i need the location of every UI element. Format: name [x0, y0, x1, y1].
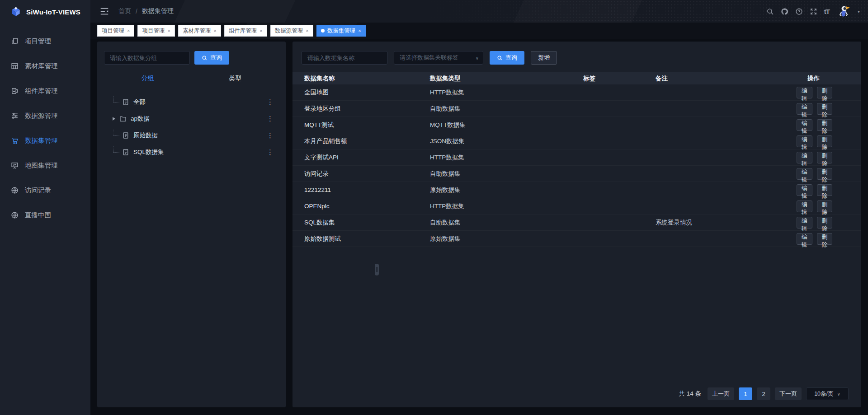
sidebar-item-live-china[interactable]: 直播中国: [0, 203, 90, 228]
user-avatar[interactable]: [838, 5, 851, 18]
sidebar-item-datasource-management[interactable]: 数据源管理: [0, 103, 90, 128]
delete-button[interactable]: 删除: [817, 87, 833, 98]
grid-icon: [11, 62, 19, 70]
dataset-name: 本月产品销售额: [292, 137, 419, 145]
sidebar-item-access-records[interactable]: 访问记录: [0, 178, 90, 203]
edit-button[interactable]: 编辑: [797, 233, 812, 245]
edit-button[interactable]: 编辑: [797, 135, 812, 147]
table-row: 12212211 原始数据集 编辑删除: [292, 182, 861, 198]
sidebar-item-project-management[interactable]: 项目管理: [0, 29, 90, 54]
tree-item-all[interactable]: 全部 ⋮: [104, 93, 279, 110]
edit-button[interactable]: 编辑: [797, 87, 812, 98]
tab-project-management-2[interactable]: 项目管理 ×: [137, 25, 175, 37]
help-icon[interactable]: [795, 7, 803, 15]
group-search-button[interactable]: 查询: [194, 51, 229, 65]
edit-button[interactable]: 编辑: [797, 217, 812, 228]
edit-button[interactable]: 编辑: [797, 184, 812, 196]
github-icon[interactable]: [781, 7, 789, 15]
tab-dataset-management[interactable]: 数据集管理 ×: [316, 25, 366, 37]
add-dataset-button[interactable]: 新增: [531, 51, 557, 65]
active-tab-dot: [321, 29, 325, 33]
tab-group[interactable]: 分组: [104, 75, 192, 83]
delete-button[interactable]: 删除: [817, 135, 833, 147]
avatar-caret-down-icon[interactable]: ▾: [858, 9, 860, 14]
edit-button[interactable]: 编辑: [797, 168, 812, 180]
tab-project-management-1[interactable]: 项目管理 ×: [97, 25, 134, 37]
sidebar-item-material-library[interactable]: 素材库管理: [0, 54, 90, 79]
page-1-button[interactable]: 1: [739, 387, 752, 400]
sidebar-item-label: 组件库管理: [25, 87, 58, 95]
sidebar-item-dataset-management[interactable]: 数据集管理: [0, 128, 90, 153]
delete-button[interactable]: 删除: [817, 168, 833, 180]
edit-button[interactable]: 编辑: [797, 119, 812, 131]
tab-material-library[interactable]: 素材库管理 ×: [178, 25, 221, 37]
sidebar-item-label: 数据源管理: [25, 112, 58, 120]
tree-item-menu-icon[interactable]: ⋮: [267, 115, 274, 122]
table-row: 访问记录 自助数据集 编辑删除: [292, 166, 861, 182]
dataset-name-input[interactable]: [302, 51, 387, 65]
table-row: SQL数据集 自助数据集 系统登录情况 编辑删除: [292, 214, 861, 231]
page-2-button[interactable]: 2: [757, 387, 770, 400]
delete-button[interactable]: 删除: [817, 119, 833, 131]
tab-close-icon[interactable]: ×: [213, 28, 216, 33]
sidebar-item-component-library[interactable]: 组件库管理: [0, 79, 90, 103]
tree-item-sql-dataset[interactable]: SQL数据集 ⋮: [104, 144, 279, 160]
tree-item-label: 原始数据: [133, 131, 158, 140]
delete-button[interactable]: 删除: [817, 233, 833, 245]
group-search-input[interactable]: [104, 51, 190, 65]
tree-item-raw-data[interactable]: 原始数据 ⋮: [104, 127, 279, 144]
dataset-search-button[interactable]: 查询: [490, 51, 524, 65]
dataset-name: 原始数据测试: [292, 235, 419, 243]
sidebar-item-label: 访问记录: [25, 186, 51, 195]
tab-close-icon[interactable]: ×: [259, 28, 262, 33]
sidebar-menu: 项目管理 素材库管理 组件库管理 数据源管理 数据集管理 地图集管理: [0, 23, 90, 228]
tab-close-icon[interactable]: ×: [167, 28, 170, 33]
sidebar-item-label: 素材库管理: [25, 62, 58, 70]
delete-button[interactable]: 删除: [817, 103, 833, 115]
components-icon: [11, 87, 19, 95]
search-icon[interactable]: [766, 7, 774, 15]
tree-item-menu-icon[interactable]: ⋮: [267, 132, 274, 139]
delete-button[interactable]: 删除: [817, 201, 833, 212]
delete-button[interactable]: 删除: [817, 217, 833, 228]
panel-resize-handle[interactable]: [375, 264, 379, 275]
tab-label: 项目管理: [142, 27, 165, 35]
sidebar-collapse-icon[interactable]: [99, 6, 109, 16]
edit-button[interactable]: 编辑: [797, 103, 812, 115]
edit-button[interactable]: 编辑: [797, 152, 812, 163]
tab-label: 数据源管理: [275, 27, 303, 35]
breadcrumb-home[interactable]: 首页: [118, 7, 131, 15]
document-icon: [122, 98, 129, 106]
dataset-name: 文字测试API: [292, 154, 419, 162]
page-size-select[interactable]: 10条/页 ∨: [806, 387, 849, 400]
tab-type[interactable]: 类型: [192, 75, 279, 83]
prev-page-button[interactable]: 上一页: [708, 387, 734, 400]
folder-icon: [119, 115, 127, 122]
tree-item-menu-icon[interactable]: ⋮: [267, 149, 274, 155]
tab-close-icon[interactable]: ×: [306, 28, 308, 33]
delete-button[interactable]: 删除: [817, 184, 833, 196]
dataset-type: 自助数据集: [419, 170, 575, 178]
dataset-type: 自助数据集: [419, 105, 575, 113]
sidebar-item-atlas-management[interactable]: 地图集管理: [0, 153, 90, 178]
sidebar-item-label: 数据集管理: [25, 136, 58, 145]
tree-item-ap-data[interactable]: ap数据 ⋮: [104, 110, 279, 127]
delete-button[interactable]: 删除: [817, 152, 833, 163]
sidebar: SiWu-IoT-VIEWS 项目管理 素材库管理 组件库管理 数据源管理 数据…: [0, 0, 90, 415]
tab-close-icon[interactable]: ×: [358, 28, 361, 33]
edit-button[interactable]: 编辑: [797, 201, 812, 212]
fullscreen-icon[interactable]: [810, 7, 818, 15]
next-page-button[interactable]: 下一页: [775, 387, 802, 400]
tab-close-icon[interactable]: ×: [127, 28, 130, 33]
document-icon: [122, 149, 129, 156]
tab-component-library[interactable]: 组件库管理 ×: [224, 25, 267, 37]
tab-datasource-management[interactable]: 数据源管理 ×: [270, 25, 313, 37]
tree-item-menu-icon[interactable]: ⋮: [267, 98, 274, 105]
tree-expand-caret-icon[interactable]: [113, 117, 115, 121]
dataset-tag-select[interactable]: 请选择数据集关联标签 ∨: [394, 51, 483, 65]
dataset-note: 系统登录情况: [645, 219, 797, 227]
font-size-icon[interactable]: tT: [824, 8, 830, 15]
dataset-type: JSON数据集: [419, 137, 575, 145]
table-row: 原始数据测试 原始数据集 编辑删除: [292, 231, 861, 247]
dataset-name: 登录地区分组: [292, 105, 419, 113]
